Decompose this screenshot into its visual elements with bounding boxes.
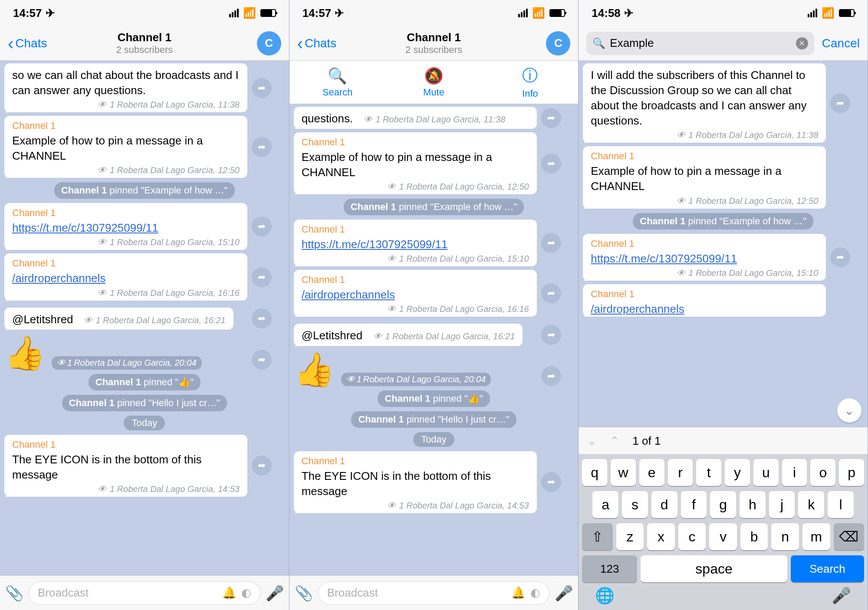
key-r[interactable]: r bbox=[668, 459, 693, 486]
channel-avatar[interactable]: C bbox=[546, 31, 570, 56]
key-w[interactable]: w bbox=[611, 459, 636, 486]
search-input[interactable] bbox=[610, 36, 791, 50]
message[interactable]: Channel 1 The EYE ICON is in the bottom … bbox=[294, 451, 537, 513]
service-message[interactable]: Channel 1 pinned "Example of how …" bbox=[633, 213, 813, 230]
key-n[interactable]: n bbox=[771, 523, 799, 550]
numeric-key[interactable]: 123 bbox=[582, 555, 637, 582]
attach-icon[interactable]: 📎 bbox=[295, 584, 313, 602]
share-button[interactable]: ➦ bbox=[252, 350, 272, 370]
message[interactable]: Channel 1 Example of how to pin a messag… bbox=[583, 146, 826, 208]
notify-icon[interactable]: 🔔 bbox=[222, 586, 236, 600]
key-x[interactable]: x bbox=[647, 523, 675, 550]
key-q[interactable]: q bbox=[582, 459, 607, 486]
share-button[interactable]: ➦ bbox=[252, 137, 272, 157]
timer-icon[interactable]: ◐ bbox=[241, 586, 251, 600]
message[interactable]: Channel 1 /airdroperchannels 👁 1 Roberta… bbox=[4, 253, 247, 300]
result-prev-button[interactable]: ⌃ bbox=[610, 434, 619, 448]
message[interactable]: Channel 1 The EYE ICON is in the bottom … bbox=[4, 435, 247, 497]
share-button[interactable]: ➦ bbox=[252, 216, 272, 236]
key-j[interactable]: j bbox=[769, 491, 795, 518]
share-button[interactable]: ➦ bbox=[541, 108, 561, 128]
search-key[interactable]: Search bbox=[791, 555, 864, 582]
message-emoji[interactable]: 👍 👁1 Roberta Dal Lago Garcia, 20:04 ➦ bbox=[4, 337, 247, 370]
message[interactable]: Channel 1 Example of how to pin a messag… bbox=[4, 116, 247, 178]
key-o[interactable]: o bbox=[810, 459, 835, 486]
key-f[interactable]: f bbox=[681, 491, 707, 518]
compose-input[interactable]: Broadcast 🔔◐ bbox=[29, 581, 260, 605]
key-b[interactable]: b bbox=[740, 523, 768, 550]
mic-icon[interactable]: 🎤 bbox=[555, 584, 573, 602]
share-button[interactable]: ➦ bbox=[541, 325, 561, 345]
chat-area[interactable]: I will add the subscribers of this Chann… bbox=[579, 61, 868, 427]
menu-mute[interactable]: 🔕Mute bbox=[386, 61, 482, 104]
nav-title[interactable]: Channel 12 subscribers bbox=[405, 31, 462, 56]
nav-title[interactable]: Channel 1 2 subscribers bbox=[116, 31, 173, 56]
service-message[interactable]: Channel 1 pinned "Hello I just cr…" bbox=[351, 411, 516, 428]
search-box[interactable]: 🔍 ✕ bbox=[586, 32, 814, 55]
message[interactable]: Channel 1 /airdroperchannels bbox=[583, 284, 826, 317]
menu-info[interactable]: ⓘInfo bbox=[482, 61, 578, 104]
message[interactable]: Channel 1 https://t.me/c/1307925099/11 👁… bbox=[4, 203, 247, 250]
key-h[interactable]: h bbox=[740, 491, 766, 518]
key-m[interactable]: m bbox=[802, 523, 830, 550]
key-y[interactable]: y bbox=[725, 459, 750, 486]
key-p[interactable]: p bbox=[839, 459, 864, 486]
share-button[interactable]: ➦ bbox=[252, 308, 272, 328]
key-d[interactable]: d bbox=[651, 491, 677, 518]
key-g[interactable]: g bbox=[710, 491, 736, 518]
share-button[interactable]: ➦ bbox=[541, 154, 561, 174]
share-button[interactable]: ➦ bbox=[541, 366, 561, 386]
share-button[interactable]: ➦ bbox=[541, 472, 561, 492]
service-message[interactable]: Channel 1 pinned "👍" bbox=[89, 374, 201, 390]
key-t[interactable]: t bbox=[696, 459, 721, 486]
back-button[interactable]: ‹Chats bbox=[297, 35, 336, 52]
message[interactable]: @Letitshred 👁 1 Roberta Dal Lago Garcia,… bbox=[4, 308, 233, 330]
share-button[interactable]: ➦ bbox=[830, 93, 850, 113]
message[interactable]: questions. 👁 1 Roberta Dal Lago Garcia, … bbox=[294, 107, 537, 129]
message[interactable]: Channel 1 Example of how to pin a messag… bbox=[294, 132, 537, 194]
service-message[interactable]: Channel 1 pinned "👍" bbox=[378, 390, 490, 407]
notify-icon[interactable]: 🔔 bbox=[511, 586, 525, 600]
key-a[interactable]: a bbox=[592, 491, 618, 518]
key-k[interactable]: k bbox=[798, 491, 824, 518]
key-v[interactable]: v bbox=[709, 523, 737, 550]
mic-icon[interactable]: 🎤 bbox=[832, 587, 851, 605]
message-link[interactable]: https://t.me/c/1307925099/11 bbox=[591, 252, 737, 265]
message-link[interactable]: /airdroperchannels bbox=[12, 272, 105, 285]
share-button[interactable]: ➦ bbox=[541, 233, 561, 253]
key-i[interactable]: i bbox=[782, 459, 807, 486]
key-s[interactable]: s bbox=[622, 491, 648, 518]
message-link[interactable]: /airdroperchannels bbox=[591, 302, 684, 315]
service-message[interactable]: Channel 1 pinned "Example of how …" bbox=[54, 182, 235, 199]
message[interactable]: so we can all chat about the broadcasts … bbox=[4, 63, 247, 112]
globe-icon[interactable]: 🌐 bbox=[595, 587, 615, 605]
clear-search-button[interactable]: ✕ bbox=[796, 37, 808, 49]
message[interactable]: @Letitshred 👁 1 Roberta Dal Lago Garcia,… bbox=[294, 324, 523, 346]
share-button[interactable]: ➦ bbox=[541, 283, 561, 303]
key-l[interactable]: l bbox=[828, 491, 854, 518]
cancel-button[interactable]: Cancel bbox=[822, 36, 860, 50]
share-button[interactable]: ➦ bbox=[252, 78, 272, 98]
service-message[interactable]: Channel 1 pinned "Hello I just cr…" bbox=[62, 395, 227, 411]
compose-input[interactable]: Broadcast 🔔◐ bbox=[318, 581, 550, 605]
key-c[interactable]: c bbox=[678, 523, 706, 550]
chat-area[interactable]: questions. 👁 1 Roberta Dal Lago Garcia, … bbox=[289, 104, 579, 575]
mic-icon[interactable]: 🎤 bbox=[266, 584, 284, 602]
message[interactable]: Channel 1 https://t.me/c/1307925099/11 👁… bbox=[583, 234, 826, 281]
result-next-button[interactable]: ⌄ bbox=[587, 434, 597, 448]
shift-key[interactable]: ⇧ bbox=[582, 523, 612, 550]
message[interactable]: I will add the subscribers of this Chann… bbox=[583, 63, 826, 143]
menu-search[interactable]: 🔍Search bbox=[289, 61, 386, 104]
message-link[interactable]: /airdroperchannels bbox=[302, 288, 395, 301]
share-button[interactable]: ➦ bbox=[252, 456, 272, 476]
message[interactable]: Channel 1 https://t.me/c/1307925099/11 👁… bbox=[294, 220, 537, 266]
key-u[interactable]: u bbox=[753, 459, 779, 486]
key-z[interactable]: z bbox=[616, 523, 644, 550]
key-e[interactable]: e bbox=[639, 459, 664, 486]
message[interactable]: Channel 1 /airdroperchannels 👁 1 Roberta… bbox=[294, 270, 537, 317]
service-message[interactable]: Channel 1 pinned "Example of how …" bbox=[344, 199, 524, 215]
chat-area[interactable]: so we can all chat about the broadcasts … bbox=[0, 61, 289, 575]
channel-avatar[interactable]: C bbox=[257, 31, 281, 56]
message-link[interactable]: https://t.me/c/1307925099/11 bbox=[12, 221, 158, 234]
attach-icon[interactable]: 📎 bbox=[5, 584, 23, 602]
